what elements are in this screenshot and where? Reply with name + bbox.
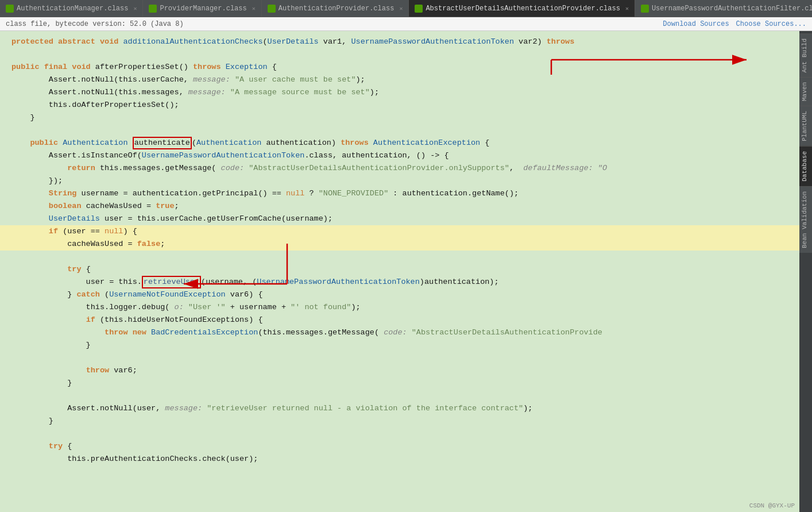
code-line-if-hide: if (this.hideUserNotFoundExceptions) { (0, 314, 799, 326)
code-line-blank-4 (0, 352, 799, 364)
tab-label-username-password-filter: UsernamePasswordAuthenticationFilter.cla… (652, 5, 812, 13)
code-line-authenticate: public Authentication authenticate(Authe… (0, 137, 799, 149)
code-line-bool-cache: boolean cacheWasUsed = true; (0, 200, 799, 213)
tab-provider-manager[interactable]: ProviderManager.class ✕ (143, 0, 261, 17)
sidebar-tab-maven[interactable]: Maven (799, 77, 812, 106)
info-bar-links: Download Sources Choose Sources... (663, 20, 806, 28)
code-line-assert-instanceof: Assert.isInstanceOf(UsernamePasswordAuth… (0, 149, 799, 162)
line-text-1: protected abstract void additionalAuthen… (11, 36, 574, 48)
code-line-if-null: if (user == null) { (0, 225, 799, 238)
code-line-catch: } catch (UsernameNotFoundException var6)… (0, 288, 799, 301)
close-tab-auth-manager[interactable]: ✕ (133, 5, 137, 12)
code-line-userdetails: UserDetails user = this.userCache.getUse… (0, 213, 799, 225)
code-line-throw-bad-creds: throw new BadCredentialsException(this.m… (0, 326, 799, 339)
code-line-string-username: String username = authentication.getPrin… (0, 187, 799, 200)
right-sidebar: Ant Build Maven PlantUML Database Bean V… (799, 31, 812, 512)
code-line-after-props: public final void afterPropertiesSet() t… (0, 61, 799, 74)
code-line-logger-debug: this.logger.debug( o: "User '" + usernam… (0, 301, 799, 314)
code-line-return-message: return this.messages.getMessage( code: "… (0, 162, 799, 175)
tab-label-auth-provider: AuthenticationProvider.class (279, 5, 395, 13)
close-tab-auth-provider[interactable]: ✕ (399, 5, 403, 12)
tab-label-provider-manager: ProviderManager.class (160, 5, 246, 13)
info-bar: class file, bytecode version: 52.0 (Java… (0, 17, 812, 31)
sidebar-tab-ant-build[interactable]: Ant Build (799, 33, 812, 77)
download-sources-link[interactable]: Download Sources (663, 20, 729, 28)
tab-label-auth-manager: AuthenticationManager.class (17, 5, 128, 13)
tab-icon-abstract-user-details (415, 5, 423, 13)
choose-sources-link[interactable]: Choose Sources... (736, 20, 806, 28)
code-line-cache-false: cacheWasUsed = false; (0, 238, 799, 251)
code-line-close-1: } (0, 111, 799, 124)
code-line-blank-1 (0, 48, 799, 61)
editor-area: protected abstract void additionalAuthen… (0, 31, 812, 512)
code-content[interactable]: protected abstract void additionalAuthen… (0, 31, 799, 512)
sidebar-tab-bean-validation[interactable]: Bean Validation (799, 186, 812, 253)
code-line-close-catch: } (0, 377, 799, 390)
close-tab-provider-manager[interactable]: ✕ (252, 5, 256, 12)
code-line-do-after: this.doAfterPropertiesSet(); (0, 99, 799, 111)
sidebar-tab-database[interactable]: Database (799, 146, 812, 186)
code-line-close-lambda: }); (0, 175, 799, 187)
code-line-assert-messages: Assert.notNull(this.messages, message: "… (0, 86, 799, 99)
code-line-blank-3 (0, 251, 799, 263)
code-line-close-if-null: } (0, 415, 799, 428)
close-tab-abstract-user-details[interactable]: ✕ (625, 5, 629, 12)
tab-icon-provider-manager (149, 5, 157, 13)
tab-bar: AuthenticationManager.class ✕ ProviderMa… (0, 0, 812, 17)
code-line-pre-auth: this.preAuthenticationChecks.check(user)… (0, 453, 799, 465)
tab-auth-provider[interactable]: AuthenticationProvider.class ✕ (262, 0, 409, 17)
tab-abstract-user-details[interactable]: AbstractUserDetailsAuthenticationProvide… (409, 0, 635, 17)
tab-username-password-filter[interactable]: UsernamePasswordAuthenticationFilter.cla… (635, 0, 812, 17)
tab-icon-auth-manager (6, 5, 14, 13)
code-line-retrieve-user: user = this.retrieveUser(username, (User… (0, 276, 799, 288)
class-file-info: class file, bytecode version: 52.0 (Java… (6, 20, 184, 28)
code-line-assert-usercache: Assert.notNull(this.userCache, message: … (0, 74, 799, 86)
tab-label-abstract-user-details: AbstractUserDetailsAuthenticationProvide… (426, 5, 620, 13)
tab-icon-username-password-filter (641, 5, 649, 13)
tab-icon-auth-provider (268, 5, 276, 13)
code-line-close-if-hide: } (0, 339, 799, 352)
sidebar-tab-plant-uml[interactable]: PlantUML (799, 106, 812, 146)
code-line-blank-6 (0, 428, 799, 440)
watermark: CSDN @GYX-UP (749, 502, 795, 509)
code-line-1: protected abstract void additionalAuthen… (0, 36, 799, 48)
code-line-blank-5 (0, 390, 799, 402)
code-line-blank-2 (0, 124, 799, 137)
code-line-assert-user: Assert.notNull(user, message: "retrieveU… (0, 402, 799, 415)
code-line-throw-var6: throw var6; (0, 364, 799, 377)
code-line-try-2: try { (0, 440, 799, 453)
code-line-try: try { (0, 263, 799, 276)
tab-auth-manager[interactable]: AuthenticationManager.class ✕ (0, 0, 143, 17)
